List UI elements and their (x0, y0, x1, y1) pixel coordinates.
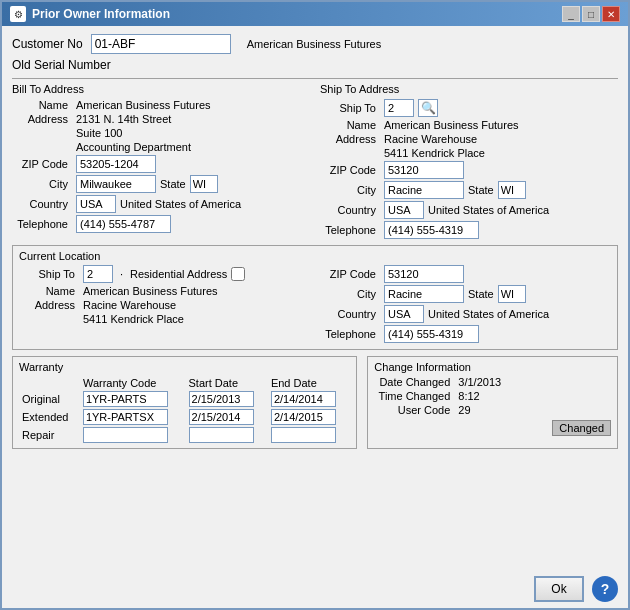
bill-address1-value: 2131 N. 14th Street (76, 113, 171, 125)
bill-name-row: Name American Business Futures (12, 99, 310, 111)
ship-zip-input[interactable] (384, 161, 464, 179)
date-changed-row: Date Changed 3/1/2013 (374, 376, 611, 388)
bill-phone-input[interactable] (76, 215, 171, 233)
bill-country-input[interactable] (76, 195, 116, 213)
ship-address2-row: 5411 Kendrick Place (320, 147, 618, 159)
current-address2-value: 5411 Kendrick Place (83, 313, 184, 325)
time-changed-label: Time Changed (374, 390, 454, 402)
current-ship-to-input[interactable] (83, 265, 113, 283)
warranty-row-start (186, 408, 268, 426)
warranty-row: Original (19, 390, 350, 408)
bill-zip-input[interactable] (76, 155, 156, 173)
ship-address1-value: Racine Warehouse (384, 133, 477, 145)
ship-address-label: Address (320, 133, 380, 145)
current-phone-label: Telephone (320, 328, 380, 340)
warranty-table: Warranty Code Start Date End Date Origin… (19, 376, 350, 444)
ship-to-id-input[interactable] (384, 99, 414, 117)
ship-country-input[interactable] (384, 201, 424, 219)
warranty-row-end (268, 408, 350, 426)
user-code-row: User Code 29 (374, 404, 611, 416)
ship-country-row: Country United States of America (320, 201, 618, 219)
current-city-row: City State (320, 285, 611, 303)
bill-to-label: Bill To Address (12, 83, 310, 95)
user-code-label: User Code (374, 404, 454, 416)
bill-name-label: Name (12, 99, 72, 111)
ship-zip-row: ZIP Code (320, 161, 618, 179)
ship-city-input[interactable] (384, 181, 464, 199)
bill-zip-label: ZIP Code (12, 158, 72, 170)
current-residential-label: Residential Address (130, 268, 227, 280)
address-columns: Bill To Address Name American Business F… (12, 83, 618, 241)
warranty-col-start: Start Date (186, 376, 268, 390)
bill-zip-row: ZIP Code (12, 155, 310, 173)
ship-name-value: American Business Futures (384, 119, 519, 131)
ship-country-label: Country (320, 204, 380, 216)
bill-phone-row: Telephone (12, 215, 310, 233)
current-address-label: Address (19, 299, 79, 311)
warranty-row: Repair (19, 426, 350, 444)
warranty-row: Extended (19, 408, 350, 426)
current-state-input[interactable] (498, 285, 526, 303)
current-right-col: ZIP Code City State Country United State… (320, 265, 611, 345)
current-address1-value: Racine Warehouse (83, 299, 176, 311)
warranty-row-code (80, 408, 186, 426)
bill-phone-label: Telephone (12, 218, 72, 230)
current-left-col: Ship To · Residential Address Name Ameri… (19, 265, 310, 345)
window-title: Prior Owner Information (32, 7, 170, 21)
ship-to-search-button[interactable]: 🔍 (418, 99, 438, 117)
current-country-input[interactable] (384, 305, 424, 323)
close-button[interactable]: ✕ (602, 6, 620, 22)
ship-name-row: Name American Business Futures (320, 119, 618, 131)
current-zip-row: ZIP Code (320, 265, 611, 283)
current-name-label: Name (19, 285, 79, 297)
bill-city-row: City State (12, 175, 310, 193)
footer: Ok ? (2, 570, 628, 608)
serial-row: Old Serial Number (12, 58, 618, 72)
minimize-button[interactable]: _ (562, 6, 580, 22)
current-residential-checkbox[interactable] (231, 267, 245, 281)
ship-phone-row: Telephone (320, 221, 618, 239)
time-changed-value: 8:12 (458, 390, 479, 402)
current-phone-input[interactable] (384, 325, 479, 343)
customer-name-value: American Business Futures (247, 38, 382, 50)
current-ship-to-label: Ship To (19, 268, 79, 280)
current-name-row: Name American Business Futures (19, 285, 310, 297)
current-columns: Ship To · Residential Address Name Ameri… (19, 265, 611, 345)
current-phone-row: Telephone (320, 325, 611, 343)
bill-city-input[interactable] (76, 175, 156, 193)
warranty-row-code (80, 390, 186, 408)
bill-address2-row: Suite 100 (12, 127, 310, 139)
ship-address2-value: 5411 Kendrick Place (384, 147, 485, 159)
bill-address3-row: Accounting Department (12, 141, 310, 153)
ok-button[interactable]: Ok (534, 576, 584, 602)
bill-address2-value: Suite 100 (76, 127, 122, 139)
ship-phone-input[interactable] (384, 221, 479, 239)
ship-to-label: Ship To Address (320, 83, 618, 95)
help-button[interactable]: ? (592, 576, 618, 602)
customer-no-input[interactable] (91, 34, 231, 54)
ship-address1-row: Address Racine Warehouse (320, 133, 618, 145)
ship-city-label: City (320, 184, 380, 196)
bill-city-label: City (12, 178, 72, 190)
ship-state-input[interactable] (498, 181, 526, 199)
bottom-section: Warranty Warranty Code Start Date End Da… (12, 356, 618, 449)
current-zip-input[interactable] (384, 265, 464, 283)
warranty-row-type: Original (19, 390, 80, 408)
maximize-button[interactable]: □ (582, 6, 600, 22)
current-zip-label: ZIP Code (320, 268, 380, 280)
customer-row: Customer No American Business Futures (12, 34, 618, 54)
current-city-input[interactable] (384, 285, 464, 303)
bill-state-input[interactable] (190, 175, 218, 193)
ship-phone-label: Telephone (320, 224, 380, 236)
user-code-value: 29 (458, 404, 470, 416)
window-icon: ⚙ (10, 6, 26, 22)
bill-state-label: State (160, 178, 186, 190)
bill-address-label: Address (12, 113, 72, 125)
ship-city-row: City State (320, 181, 618, 199)
warranty-row-code (80, 426, 186, 444)
ship-state-label: State (468, 184, 494, 196)
main-window: ⚙ Prior Owner Information _ □ ✕ Customer… (0, 0, 630, 610)
changed-badge-row: Changed (374, 420, 611, 436)
bill-address3-value: Accounting Department (76, 141, 191, 153)
current-ship-to-row: Ship To · Residential Address (19, 265, 310, 283)
